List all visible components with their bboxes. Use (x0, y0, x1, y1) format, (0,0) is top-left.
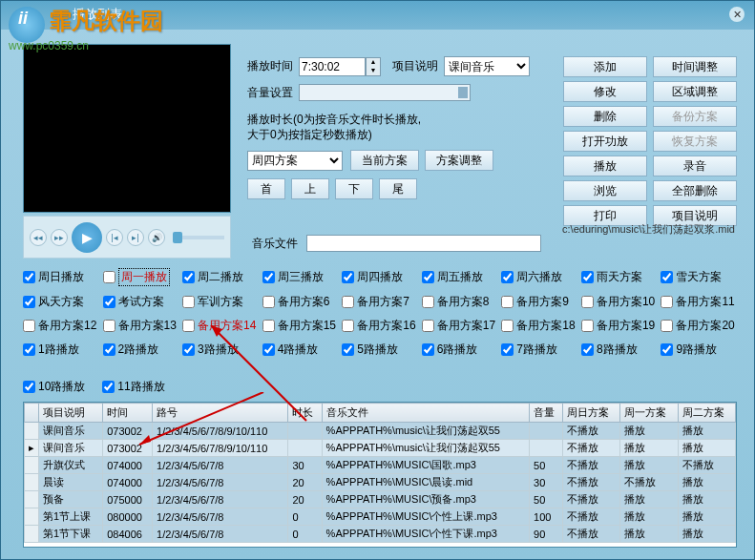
checkbox[interactable] (23, 343, 35, 356)
checkbox[interactable] (661, 343, 673, 356)
checkbox-label: 备用方案9 (516, 294, 569, 310)
nav-first-button[interactable]: 首 (247, 178, 285, 199)
checkbox[interactable] (581, 320, 594, 332)
close-button[interactable]: ✕ (729, 7, 745, 22)
table-header[interactable]: 音量 (530, 404, 563, 423)
checkbox[interactable] (342, 343, 354, 356)
nav-next-button[interactable]: 下 (335, 178, 373, 199)
checkbox[interactable] (501, 271, 514, 283)
table-row[interactable]: 课间音乐0730021/2/3/4/5/6/7/8/9/10/110%APPPA… (25, 423, 736, 440)
table-header[interactable]: 时间 (103, 404, 153, 423)
checkbox[interactable] (422, 343, 434, 356)
checkbox[interactable] (103, 320, 115, 332)
checkbox[interactable] (342, 296, 354, 308)
scheme-select[interactable]: 周四方案 (247, 151, 343, 171)
scheme-adjust-button[interactable]: 方案调整 (425, 150, 493, 171)
checkbox[interactable] (23, 271, 35, 283)
play-time-input[interactable] (299, 57, 366, 76)
checkbox[interactable] (581, 271, 594, 283)
table-row[interactable]: 升旗仪式0740001/2/3/4/5/6/7/830%APPPATH%\MUS… (25, 457, 736, 474)
checkbox[interactable] (262, 343, 275, 356)
checkbox[interactable] (422, 320, 434, 332)
checkbox-label: 周四播放 (357, 269, 403, 285)
checkbox-label: 4路播放 (278, 342, 319, 358)
open-amp-button[interactable]: 打开功放 (563, 131, 647, 152)
table-header[interactable]: 周二方案 (678, 404, 735, 423)
checkbox[interactable] (23, 320, 35, 332)
table-row[interactable]: ▸课间音乐0730021/2/3/4/5/6/7/8/9/10/110%APPP… (25, 440, 736, 457)
checkbox-item: 8路播放 (581, 342, 658, 358)
add-button[interactable]: 添加 (563, 56, 647, 77)
delete-button[interactable]: 删除 (563, 106, 647, 127)
checkbox[interactable] (103, 296, 115, 308)
checkbox[interactable] (103, 343, 115, 356)
time-adjust-button[interactable]: 时间调整 (653, 56, 737, 77)
table-header[interactable]: 路号 (153, 404, 288, 423)
checkbox[interactable] (102, 381, 115, 393)
table-cell: 0 (288, 508, 322, 526)
record-button[interactable]: 录音 (653, 156, 737, 176)
play-button[interactable]: ▶ (72, 222, 102, 253)
checkbox[interactable] (342, 320, 354, 332)
forward-button[interactable]: ▸▸ (51, 229, 68, 246)
checkbox[interactable] (262, 271, 275, 283)
checkbox[interactable] (23, 296, 35, 308)
table-header[interactable]: 音乐文件 (322, 404, 529, 423)
checkbox-label: 备用方案12 (38, 318, 96, 334)
checkbox[interactable] (661, 296, 673, 308)
checkbox-item: 考试方案 (103, 294, 179, 310)
player-slider[interactable] (173, 236, 224, 239)
checkbox[interactable] (501, 343, 514, 356)
nav-prev-button[interactable]: 上 (291, 178, 329, 199)
project-select[interactable]: 课间音乐 (444, 56, 530, 76)
checkbox-item: 周日播放 (23, 268, 99, 286)
backup-button[interactable]: 备份方案 (653, 106, 737, 127)
checkbox[interactable] (262, 320, 275, 332)
checkbox-item: 风天方案 (23, 294, 99, 310)
checkbox-item: 备用方案18 (501, 318, 577, 334)
checkbox[interactable] (262, 296, 275, 308)
checkbox[interactable] (422, 296, 434, 308)
table-cell: 不播放 (563, 474, 620, 491)
checkbox[interactable] (182, 271, 195, 283)
volume-slider[interactable] (299, 84, 471, 101)
delete-all-button[interactable]: 全部删除 (653, 180, 737, 201)
music-file-input[interactable] (306, 235, 541, 252)
table-header[interactable] (25, 404, 39, 423)
table-row[interactable]: 晨读0740001/2/3/4/5/6/7/820%APPPATH%\MUSIC… (25, 474, 736, 491)
restore-button[interactable]: 恢复方案 (653, 131, 737, 152)
checkbox[interactable] (581, 296, 594, 308)
checkbox[interactable] (103, 271, 115, 283)
checkbox[interactable] (661, 271, 673, 283)
prev-track-button[interactable]: |◂ (106, 229, 123, 246)
checkbox[interactable] (182, 320, 195, 332)
table-row[interactable]: 第1节下课0840061/2/3/4/5/6/7/80%APPPATH%\MUS… (25, 526, 736, 543)
table-cell: %APPPATH%\MUSIC\个性下课.mp3 (322, 526, 529, 543)
volume-icon[interactable]: 🔊 (148, 229, 165, 246)
rewind-button[interactable]: ◂◂ (30, 229, 47, 246)
table-row[interactable]: 第1节上课0800001/2/3/4/5/6/7/80%APPPATH%\MUS… (25, 508, 736, 526)
table-row[interactable]: 预备0750001/2/3/4/5/6/7/820%APPPATH%\MUSIC… (25, 491, 736, 508)
table-header[interactable]: 项目说明 (39, 404, 103, 423)
table-header[interactable]: 周日方案 (563, 404, 620, 423)
video-preview (23, 44, 231, 213)
checkbox[interactable] (23, 381, 35, 393)
checkbox[interactable] (501, 296, 514, 308)
checkbox[interactable] (501, 320, 514, 332)
checkbox[interactable] (182, 343, 195, 356)
current-scheme-button[interactable]: 当前方案 (350, 150, 419, 171)
table-header[interactable]: 时长 (288, 404, 322, 423)
browse-button[interactable]: 浏览 (563, 180, 647, 201)
checkbox[interactable] (661, 320, 673, 332)
play-scheme-button[interactable]: 播放 (563, 156, 647, 176)
checkbox[interactable] (581, 343, 594, 356)
next-track-button[interactable]: ▸| (127, 229, 144, 246)
time-spinner[interactable]: ▲▼ (366, 57, 381, 76)
area-adjust-button[interactable]: 区域调整 (653, 81, 737, 102)
modify-button[interactable]: 修改 (563, 81, 647, 102)
checkbox[interactable] (182, 296, 195, 308)
nav-last-button[interactable]: 尾 (379, 178, 417, 199)
checkbox[interactable] (342, 271, 354, 283)
checkbox[interactable] (422, 271, 434, 283)
table-header[interactable]: 周一方案 (620, 404, 678, 423)
